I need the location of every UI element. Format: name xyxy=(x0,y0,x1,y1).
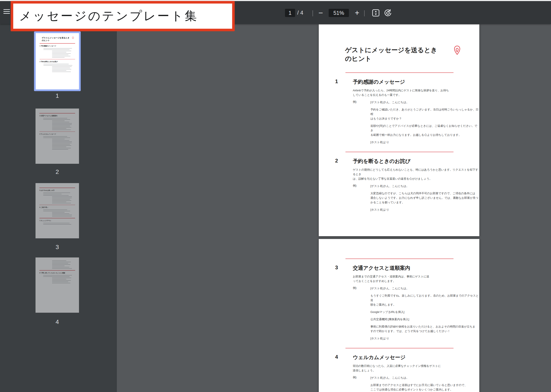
thumbnail-page-3[interactable]: 5 おすすめな楽しみ方6 ご様子伺い7 チェックアウト xyxy=(36,183,79,238)
menu-icon[interactable] xyxy=(3,9,11,16)
mini-bars xyxy=(36,278,79,278)
section-example: 例)[ゲスト名]さん、こんにちは。大変恐縮なのですが、こちらは犬の同伴不可のお部… xyxy=(353,184,479,212)
zoom-in-button[interactable]: + xyxy=(352,7,362,18)
mini-rule xyxy=(40,59,75,60)
mini-rule xyxy=(39,113,75,113)
section-heading-text: ウェルカムメッセージ xyxy=(353,354,406,360)
example-paragraph: [ホスト名]より xyxy=(370,140,479,144)
example-paragraph: お部屋までのアクセスと道順はすでにお手元に届いていると思いますので、 ここでは快… xyxy=(370,383,479,392)
mini-bars xyxy=(36,203,79,203)
mini-bars xyxy=(36,147,79,148)
example-paragraph: Googleマップ:[URLを挿入] xyxy=(370,310,479,314)
mini-bars xyxy=(36,198,79,199)
section-heading: 2予約を断るときのお詫び xyxy=(353,158,479,165)
thumbnail-page-1[interactable]: ゲストにメッセージを送るとき のヒント1 予約感謝のメッセージ2 予約を断るとき… xyxy=(34,31,81,91)
example-blocks: [ゲスト名]さん、こんにちは。お部屋までのアクセスと道順はすでにお手元に届いてい… xyxy=(370,375,479,392)
example-label: 例) xyxy=(353,286,356,290)
mini-rule xyxy=(39,132,75,132)
example-paragraph: [ホスト名]より xyxy=(370,207,479,212)
example-paragraph: [ゲスト名]さん、こんにちは。 xyxy=(370,286,479,291)
zoom-level-value[interactable]: 51% xyxy=(329,9,349,17)
mini-bars xyxy=(36,125,79,125)
section-heading: 4ウェルカムメッセージ xyxy=(353,354,479,361)
thumbnail-label-4: 4 xyxy=(0,319,115,325)
mini-bars xyxy=(36,136,79,138)
doc-section-4: 4ウェルカムメッセージ宿泊の数日前になったら、入室に必要なチェックイン情報をゲス… xyxy=(319,348,479,392)
mini-bars xyxy=(36,264,79,265)
page-number-input[interactable] xyxy=(285,9,295,17)
thumbnail-sidebar: ゲストにメッセージを送るとき のヒント1 予約感謝のメッセージ2 予約を断るとき… xyxy=(0,24,117,392)
section-heading-text: 予約を断るときのお詫び xyxy=(353,158,410,164)
mini-bars xyxy=(36,120,79,121)
mini-head: 4 ウェルカムメッセージ xyxy=(39,133,75,135)
section-heading-text: 予約感謝のメッセージ xyxy=(353,79,405,85)
section-divider xyxy=(345,72,454,73)
document-page-1: ゲストにメッセージを送るとき のヒント 1予約感謝のメッセージAirbnbで予約… xyxy=(319,24,479,236)
mini-bars xyxy=(36,262,79,264)
mini-bars xyxy=(36,64,79,66)
mini-head: 6 ご様子伺い xyxy=(39,206,75,209)
mini-head: 3 交通アクセスと道順案内 xyxy=(39,115,75,117)
mini-bars xyxy=(36,212,79,213)
mini-bars xyxy=(36,68,79,71)
mini-bars xyxy=(36,52,79,54)
mini-bars xyxy=(36,118,79,120)
example-paragraph: [ゲスト名]さん、こんにちは。 xyxy=(370,184,479,188)
mini-bars xyxy=(36,210,79,211)
thumbnail-page-2[interactable]: 3 交通アクセスと道順案内4 ウェルカムメッセージ xyxy=(36,109,79,164)
example-paragraph: もうすぐご到着ですね。楽しみにしております。念のため、お部屋までのアクセスと道 … xyxy=(370,293,479,307)
section-example: 例)[ゲスト名]さん、こんにちは。お部屋までのアクセスと道順はすでにお手元に届い… xyxy=(353,375,479,392)
mini-bars xyxy=(36,48,79,50)
zoom-out-button[interactable]: − xyxy=(316,7,326,18)
annotation-title-text: メッセージのテンプレート集 xyxy=(13,8,198,24)
section-intro: 宿泊の数日前になったら、入室に必要なチェックイン情報をゲストに 送信しましょう。 xyxy=(353,364,479,373)
thumbnail-page-4[interactable]: 8 丁寧に使っていただいたことに感謝 xyxy=(36,258,79,313)
fit-to-page-icon[interactable] xyxy=(371,8,381,18)
pdf-viewer: / 4 − 51% + ゲストにメッセージを送るとき のヒント1 予約感謝のメッ… xyxy=(0,0,551,392)
section-divider xyxy=(345,348,454,348)
page2-sections: 3交通アクセスと道順案内お部屋までの交通アクセス・道順案内は、事前にゲストに送 … xyxy=(319,239,479,392)
section-number: 1 xyxy=(335,78,338,84)
mini-bars xyxy=(36,149,79,150)
page-total-label: / 4 xyxy=(297,10,303,16)
document-page-2: 3交通アクセスと道順案内お部屋までの交通アクセス・道順案内は、事前にゲストに送 … xyxy=(319,239,479,392)
section-number: 2 xyxy=(335,158,338,164)
thumbnail-label-2: 2 xyxy=(0,168,115,175)
mini-rule xyxy=(39,188,75,188)
section-divider xyxy=(345,152,454,152)
mini-bars xyxy=(36,275,79,277)
toolbar-divider xyxy=(312,10,313,16)
mini-head: 2 予約を断るときのお詫び xyxy=(40,61,75,63)
mini-bars xyxy=(36,71,79,72)
mini-bars xyxy=(36,122,79,124)
mini-rule xyxy=(40,43,75,44)
example-paragraph: 大変恐縮なのですが、こちらは犬の同伴不可のお部屋ですので、ご滞在の条件には 適合… xyxy=(370,191,479,205)
mini-bars xyxy=(36,51,79,51)
section-heading: 3交通アクセスと道順案内 xyxy=(353,265,479,272)
example-label: 例) xyxy=(353,100,356,104)
mini-bars xyxy=(36,196,79,197)
mini-rule xyxy=(39,218,75,218)
rotate-counterclockwise-icon[interactable] xyxy=(383,8,393,18)
mini-title: ゲストにメッセージを送るとき のヒント xyxy=(42,36,73,42)
page1-sections: 1予約感謝のメッセージAirbnbで予約が入ったら、24時間以内にゲストに簡単な… xyxy=(319,24,479,219)
mini-rule xyxy=(39,270,75,271)
example-blocks: [ゲスト名]さん、こんにちは。予約をご確認いただき、ありがとうございます。当日は… xyxy=(370,100,479,144)
section-divider xyxy=(345,259,454,259)
section-example: 例)[ゲスト名]さん、こんにちは。予約をご確認いただき、ありがとうございます。当… xyxy=(353,100,479,144)
mini-bars xyxy=(36,126,79,126)
mini-bars xyxy=(36,193,79,196)
mini-bars xyxy=(36,130,79,130)
mini-rule xyxy=(39,205,75,205)
mini-bars xyxy=(36,139,79,139)
example-paragraph: 事前に到着便の詳細や旅程をお送りいただけると、おおよその時間の目途が立ちま すの… xyxy=(370,324,479,333)
example-paragraph: 予約をご確認いただき、ありがとうございます。当日は何時ごろいらっしゃるか、日程 … xyxy=(370,107,479,121)
mini-bars xyxy=(36,57,79,58)
doc-section-3: 3交通アクセスと道順案内お部屋までの交通アクセス・道順案内は、事前にゲストに送 … xyxy=(319,259,479,341)
example-paragraph: [ゲスト名]さん、こんにちは。 xyxy=(370,375,479,380)
mini-bars xyxy=(36,268,79,269)
mini-bars xyxy=(36,279,79,282)
mini-head: 8 丁寧に使っていただいたことに感謝 xyxy=(39,272,75,274)
mini-bars xyxy=(36,216,79,217)
mini-bars xyxy=(36,66,79,67)
